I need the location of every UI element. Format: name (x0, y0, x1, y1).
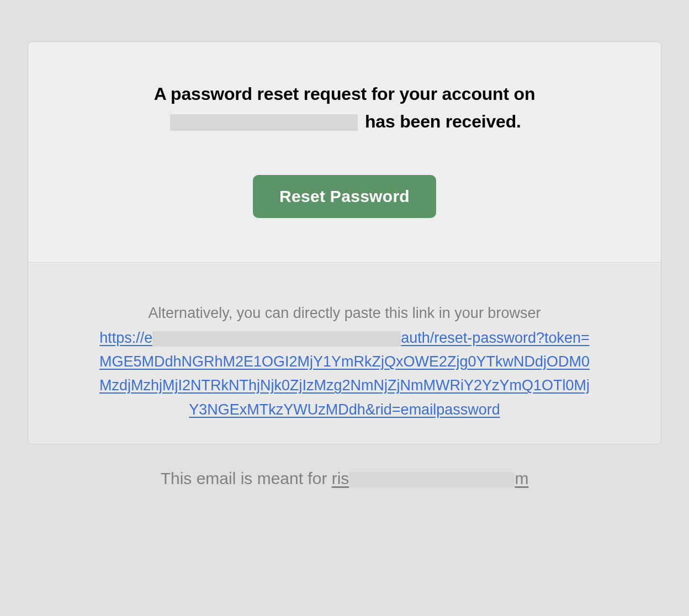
top-section: A password reset request for your accoun… (28, 42, 661, 263)
redacted-email-middle (349, 472, 515, 487)
link-prefix: https://e (99, 330, 152, 346)
headline-prefix: A password reset request for your accoun… (154, 84, 536, 104)
headline-suffix: has been received. (365, 111, 521, 131)
reset-link-wrapper: https://eauth/reset-password?token=MGE5M… (94, 326, 595, 422)
reset-link[interactable]: https://eauth/reset-password?token=MGE5M… (99, 330, 590, 418)
bottom-section: Alternatively, you can directly paste th… (28, 263, 661, 444)
footer-prefix: This email is meant for (161, 469, 332, 487)
alternative-label: Alternatively, you can directly paste th… (94, 302, 595, 325)
headline: A password reset request for your accoun… (94, 81, 595, 135)
reset-password-button[interactable]: Reset Password (253, 175, 436, 218)
redacted-domain (152, 331, 401, 347)
email-prefix: ris (332, 469, 349, 487)
email-card: A password reset request for your accoun… (28, 41, 661, 444)
email-suffix: m (515, 469, 528, 487)
recipient-email: rism (332, 469, 529, 487)
footer: This email is meant for rism (28, 469, 661, 488)
redacted-site-name (170, 114, 358, 131)
